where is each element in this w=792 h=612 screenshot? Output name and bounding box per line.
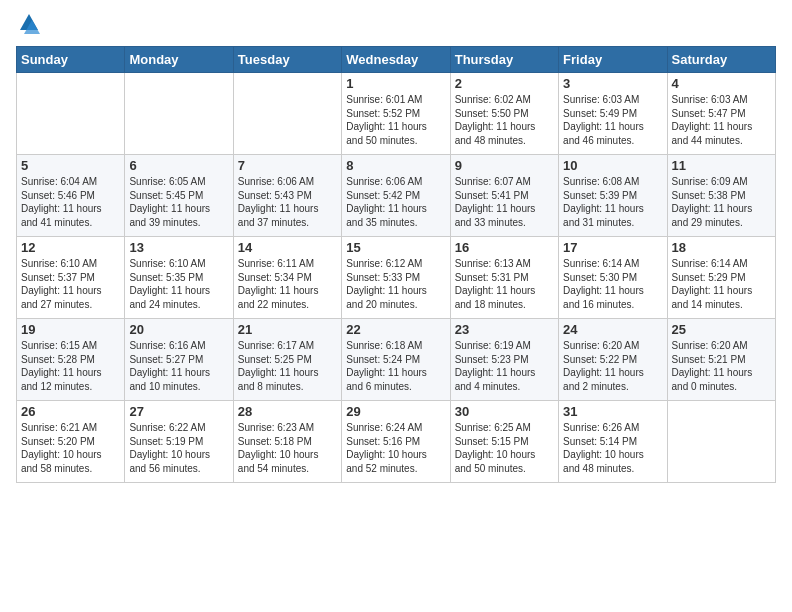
day-info: Sunrise: 6:03 AM Sunset: 5:47 PM Dayligh… <box>672 93 771 147</box>
day-info: Sunrise: 6:08 AM Sunset: 5:39 PM Dayligh… <box>563 175 662 229</box>
day-number: 19 <box>21 322 120 337</box>
day-info: Sunrise: 6:22 AM Sunset: 5:19 PM Dayligh… <box>129 421 228 475</box>
day-number: 6 <box>129 158 228 173</box>
calendar-header-saturday: Saturday <box>667 47 775 73</box>
day-number: 10 <box>563 158 662 173</box>
day-number: 26 <box>21 404 120 419</box>
calendar-cell: 22Sunrise: 6:18 AM Sunset: 5:24 PM Dayli… <box>342 319 450 401</box>
day-number: 7 <box>238 158 337 173</box>
calendar-header-sunday: Sunday <box>17 47 125 73</box>
calendar-cell: 30Sunrise: 6:25 AM Sunset: 5:15 PM Dayli… <box>450 401 558 483</box>
day-number: 31 <box>563 404 662 419</box>
calendar-cell: 29Sunrise: 6:24 AM Sunset: 5:16 PM Dayli… <box>342 401 450 483</box>
day-info: Sunrise: 6:25 AM Sunset: 5:15 PM Dayligh… <box>455 421 554 475</box>
day-number: 24 <box>563 322 662 337</box>
day-info: Sunrise: 6:21 AM Sunset: 5:20 PM Dayligh… <box>21 421 120 475</box>
day-info: Sunrise: 6:10 AM Sunset: 5:37 PM Dayligh… <box>21 257 120 311</box>
day-info: Sunrise: 6:15 AM Sunset: 5:28 PM Dayligh… <box>21 339 120 393</box>
day-number: 16 <box>455 240 554 255</box>
calendar-week-row-3: 12Sunrise: 6:10 AM Sunset: 5:37 PM Dayli… <box>17 237 776 319</box>
calendar-cell: 1Sunrise: 6:01 AM Sunset: 5:52 PM Daylig… <box>342 73 450 155</box>
calendar-header-row: SundayMondayTuesdayWednesdayThursdayFrid… <box>17 47 776 73</box>
day-info: Sunrise: 6:02 AM Sunset: 5:50 PM Dayligh… <box>455 93 554 147</box>
day-number: 29 <box>346 404 445 419</box>
day-number: 13 <box>129 240 228 255</box>
calendar-cell: 10Sunrise: 6:08 AM Sunset: 5:39 PM Dayli… <box>559 155 667 237</box>
calendar-cell: 15Sunrise: 6:12 AM Sunset: 5:33 PM Dayli… <box>342 237 450 319</box>
calendar-cell: 19Sunrise: 6:15 AM Sunset: 5:28 PM Dayli… <box>17 319 125 401</box>
day-info: Sunrise: 6:17 AM Sunset: 5:25 PM Dayligh… <box>238 339 337 393</box>
page-header <box>16 16 776 34</box>
calendar-week-row-1: 1Sunrise: 6:01 AM Sunset: 5:52 PM Daylig… <box>17 73 776 155</box>
day-info: Sunrise: 6:06 AM Sunset: 5:43 PM Dayligh… <box>238 175 337 229</box>
day-number: 8 <box>346 158 445 173</box>
calendar-header-tuesday: Tuesday <box>233 47 341 73</box>
calendar-week-row-4: 19Sunrise: 6:15 AM Sunset: 5:28 PM Dayli… <box>17 319 776 401</box>
day-info: Sunrise: 6:09 AM Sunset: 5:38 PM Dayligh… <box>672 175 771 229</box>
day-info: Sunrise: 6:14 AM Sunset: 5:29 PM Dayligh… <box>672 257 771 311</box>
day-number: 2 <box>455 76 554 91</box>
day-number: 18 <box>672 240 771 255</box>
day-number: 12 <box>21 240 120 255</box>
day-info: Sunrise: 6:01 AM Sunset: 5:52 PM Dayligh… <box>346 93 445 147</box>
calendar-cell: 16Sunrise: 6:13 AM Sunset: 5:31 PM Dayli… <box>450 237 558 319</box>
calendar-header-wednesday: Wednesday <box>342 47 450 73</box>
calendar-cell: 14Sunrise: 6:11 AM Sunset: 5:34 PM Dayli… <box>233 237 341 319</box>
day-number: 14 <box>238 240 337 255</box>
day-info: Sunrise: 6:26 AM Sunset: 5:14 PM Dayligh… <box>563 421 662 475</box>
day-number: 20 <box>129 322 228 337</box>
day-number: 15 <box>346 240 445 255</box>
calendar-cell <box>667 401 775 483</box>
calendar-cell: 9Sunrise: 6:07 AM Sunset: 5:41 PM Daylig… <box>450 155 558 237</box>
calendar-cell: 31Sunrise: 6:26 AM Sunset: 5:14 PM Dayli… <box>559 401 667 483</box>
day-info: Sunrise: 6:16 AM Sunset: 5:27 PM Dayligh… <box>129 339 228 393</box>
calendar-cell: 12Sunrise: 6:10 AM Sunset: 5:37 PM Dayli… <box>17 237 125 319</box>
logo-icon <box>18 12 40 34</box>
day-number: 17 <box>563 240 662 255</box>
calendar-cell: 7Sunrise: 6:06 AM Sunset: 5:43 PM Daylig… <box>233 155 341 237</box>
calendar-cell: 2Sunrise: 6:02 AM Sunset: 5:50 PM Daylig… <box>450 73 558 155</box>
calendar-cell: 18Sunrise: 6:14 AM Sunset: 5:29 PM Dayli… <box>667 237 775 319</box>
day-info: Sunrise: 6:04 AM Sunset: 5:46 PM Dayligh… <box>21 175 120 229</box>
day-info: Sunrise: 6:14 AM Sunset: 5:30 PM Dayligh… <box>563 257 662 311</box>
day-info: Sunrise: 6:11 AM Sunset: 5:34 PM Dayligh… <box>238 257 337 311</box>
day-number: 9 <box>455 158 554 173</box>
day-number: 27 <box>129 404 228 419</box>
day-info: Sunrise: 6:23 AM Sunset: 5:18 PM Dayligh… <box>238 421 337 475</box>
calendar-cell <box>125 73 233 155</box>
calendar-cell: 17Sunrise: 6:14 AM Sunset: 5:30 PM Dayli… <box>559 237 667 319</box>
calendar-header-monday: Monday <box>125 47 233 73</box>
calendar-cell: 28Sunrise: 6:23 AM Sunset: 5:18 PM Dayli… <box>233 401 341 483</box>
calendar-cell: 25Sunrise: 6:20 AM Sunset: 5:21 PM Dayli… <box>667 319 775 401</box>
calendar-header-thursday: Thursday <box>450 47 558 73</box>
day-info: Sunrise: 6:07 AM Sunset: 5:41 PM Dayligh… <box>455 175 554 229</box>
calendar-cell: 3Sunrise: 6:03 AM Sunset: 5:49 PM Daylig… <box>559 73 667 155</box>
calendar-cell: 21Sunrise: 6:17 AM Sunset: 5:25 PM Dayli… <box>233 319 341 401</box>
day-number: 23 <box>455 322 554 337</box>
day-number: 3 <box>563 76 662 91</box>
calendar-week-row-2: 5Sunrise: 6:04 AM Sunset: 5:46 PM Daylig… <box>17 155 776 237</box>
day-number: 4 <box>672 76 771 91</box>
calendar-cell: 8Sunrise: 6:06 AM Sunset: 5:42 PM Daylig… <box>342 155 450 237</box>
day-info: Sunrise: 6:18 AM Sunset: 5:24 PM Dayligh… <box>346 339 445 393</box>
day-info: Sunrise: 6:03 AM Sunset: 5:49 PM Dayligh… <box>563 93 662 147</box>
day-info: Sunrise: 6:20 AM Sunset: 5:22 PM Dayligh… <box>563 339 662 393</box>
calendar-header-friday: Friday <box>559 47 667 73</box>
calendar-cell: 6Sunrise: 6:05 AM Sunset: 5:45 PM Daylig… <box>125 155 233 237</box>
day-info: Sunrise: 6:05 AM Sunset: 5:45 PM Dayligh… <box>129 175 228 229</box>
day-number: 28 <box>238 404 337 419</box>
calendar-cell: 20Sunrise: 6:16 AM Sunset: 5:27 PM Dayli… <box>125 319 233 401</box>
day-info: Sunrise: 6:20 AM Sunset: 5:21 PM Dayligh… <box>672 339 771 393</box>
calendar-cell: 27Sunrise: 6:22 AM Sunset: 5:19 PM Dayli… <box>125 401 233 483</box>
calendar-cell: 11Sunrise: 6:09 AM Sunset: 5:38 PM Dayli… <box>667 155 775 237</box>
day-number: 11 <box>672 158 771 173</box>
day-info: Sunrise: 6:19 AM Sunset: 5:23 PM Dayligh… <box>455 339 554 393</box>
calendar-cell <box>233 73 341 155</box>
day-info: Sunrise: 6:13 AM Sunset: 5:31 PM Dayligh… <box>455 257 554 311</box>
calendar-week-row-5: 26Sunrise: 6:21 AM Sunset: 5:20 PM Dayli… <box>17 401 776 483</box>
calendar-cell: 13Sunrise: 6:10 AM Sunset: 5:35 PM Dayli… <box>125 237 233 319</box>
day-info: Sunrise: 6:12 AM Sunset: 5:33 PM Dayligh… <box>346 257 445 311</box>
calendar-table: SundayMondayTuesdayWednesdayThursdayFrid… <box>16 46 776 483</box>
calendar-cell: 24Sunrise: 6:20 AM Sunset: 5:22 PM Dayli… <box>559 319 667 401</box>
day-info: Sunrise: 6:06 AM Sunset: 5:42 PM Dayligh… <box>346 175 445 229</box>
